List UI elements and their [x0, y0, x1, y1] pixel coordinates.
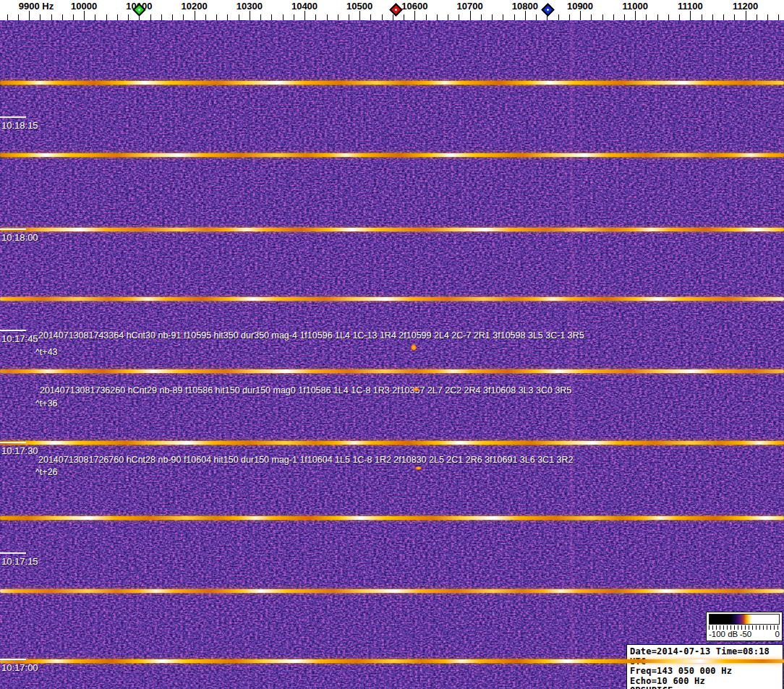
time-tick	[0, 330, 26, 331]
axis-tick	[580, 11, 581, 20]
axis-tick	[283, 14, 284, 20]
colorbar-label-min: -100 dB	[709, 630, 738, 638]
axis-tick	[646, 14, 647, 20]
colorbar-gradient	[709, 614, 780, 625]
axis-tick	[393, 14, 393, 20]
colorbar: -100 dB -50 0	[706, 612, 783, 641]
axis-label: 10000	[71, 1, 97, 12]
axis-label: 10700	[457, 1, 483, 12]
axis-tick	[382, 14, 383, 20]
meteor-echo-blob	[415, 466, 422, 470]
time-tick	[0, 552, 26, 554]
info-frequency: Freq=143 050 000 Hz	[630, 667, 781, 677]
axis-tick	[150, 14, 151, 20]
axis-label: 10400	[291, 1, 318, 12]
time-tick	[0, 659, 26, 660]
sweep-line	[0, 153, 784, 157]
axis-tick	[205, 14, 206, 20]
time-tick	[0, 442, 26, 443]
event-time-marker: ^t+43	[35, 347, 58, 357]
time-label: 10:17:30	[1, 445, 38, 456]
axis-tick	[778, 14, 779, 20]
axis-tick	[18, 14, 19, 20]
axis-tick	[712, 14, 713, 20]
axis-tick	[183, 14, 184, 20]
axis-tick	[624, 14, 625, 20]
axis-tick	[327, 14, 328, 20]
spectrogram-app-window: 9900 Hz100001010010200103001040010500106…	[0, 0, 784, 689]
axis-tick	[690, 11, 691, 20]
axis-tick	[304, 11, 305, 20]
axis-tick	[349, 14, 349, 20]
axis-tick	[503, 14, 503, 20]
sweep-line	[0, 441, 784, 445]
axis-tick	[73, 14, 74, 20]
info-station-name: OBSUPICE	[630, 686, 781, 689]
time-tick	[0, 116, 26, 118]
axis-label: 10800	[512, 1, 538, 12]
sweep-line	[0, 659, 784, 663]
axis-tick	[117, 14, 118, 20]
sweep-line	[0, 228, 784, 231]
axis-tick	[613, 14, 614, 20]
axis-tick	[734, 14, 735, 20]
axis-label: 11100	[678, 1, 703, 12]
axis-tick	[470, 11, 471, 20]
axis-tick	[404, 14, 404, 20]
axis-tick	[29, 11, 30, 20]
axis-tick	[250, 11, 250, 20]
marker-center-dot	[394, 8, 397, 11]
blue-frequency-marker-icon[interactable]	[541, 3, 554, 16]
observation-info-box: Date=2014-07-13 Time=08:18 UTC Freq=143 …	[626, 644, 783, 689]
meteor-echo-blob	[411, 344, 417, 351]
axis-tick	[668, 14, 669, 20]
detection-annotation: 20140713081743364 hCnt30 nb-91 f10595 hi…	[38, 330, 584, 341]
axis-tick	[437, 14, 438, 20]
sweep-line	[0, 81, 784, 85]
axis-tick	[172, 14, 173, 20]
axis-tick	[757, 14, 757, 20]
axis-tick	[128, 14, 129, 20]
frequency-axis: 9900 Hz100001010010200103001040010500106…	[0, 0, 784, 20]
axis-tick	[239, 14, 239, 20]
axis-label: 9900 Hz	[19, 1, 54, 12]
axis-tick	[216, 14, 217, 20]
time-label: 10:17:45	[1, 333, 38, 344]
sweep-line	[0, 516, 784, 520]
time-tick	[0, 228, 26, 230]
red-frequency-marker-icon[interactable]	[389, 3, 402, 16]
colorbar-label-max: 0	[775, 630, 780, 638]
info-date-time: Date=2014-07-13 Time=08:18 UTC	[630, 647, 781, 667]
axis-tick	[40, 14, 41, 20]
axis-tick	[51, 14, 52, 20]
sweep-line	[0, 589, 784, 593]
marker-center-dot	[546, 8, 549, 11]
axis-tick	[448, 14, 448, 20]
axis-tick	[106, 14, 107, 20]
axis-tick	[459, 14, 459, 20]
detection-annotation: 20140713081736260 hCnt29 nb-89 f10586 hi…	[40, 385, 571, 395]
axis-tick	[271, 14, 272, 20]
axis-tick	[602, 14, 603, 20]
axis-tick	[679, 14, 680, 20]
time-label: 10:18:00	[1, 232, 38, 243]
axis-tick	[359, 11, 360, 20]
axis-label: 10200	[182, 1, 208, 12]
axis-tick	[723, 14, 724, 20]
axis-tick	[195, 11, 195, 20]
axis-tick	[414, 11, 415, 20]
event-time-marker: ^t+26	[35, 467, 58, 477]
axis-tick	[84, 11, 85, 20]
axis-tick	[536, 14, 537, 20]
axis-tick	[746, 11, 746, 20]
axis-tick	[294, 14, 294, 20]
axis-tick	[227, 14, 228, 20]
axis-tick	[635, 11, 636, 20]
axis-tick	[591, 14, 592, 20]
axis-label: 10900	[567, 1, 593, 12]
axis-tick	[492, 14, 493, 20]
colorbar-label-mid: -50	[740, 630, 752, 638]
time-label: 10:17:15	[1, 556, 38, 567]
axis-tick	[260, 14, 261, 20]
axis-label: 10300	[237, 1, 263, 12]
